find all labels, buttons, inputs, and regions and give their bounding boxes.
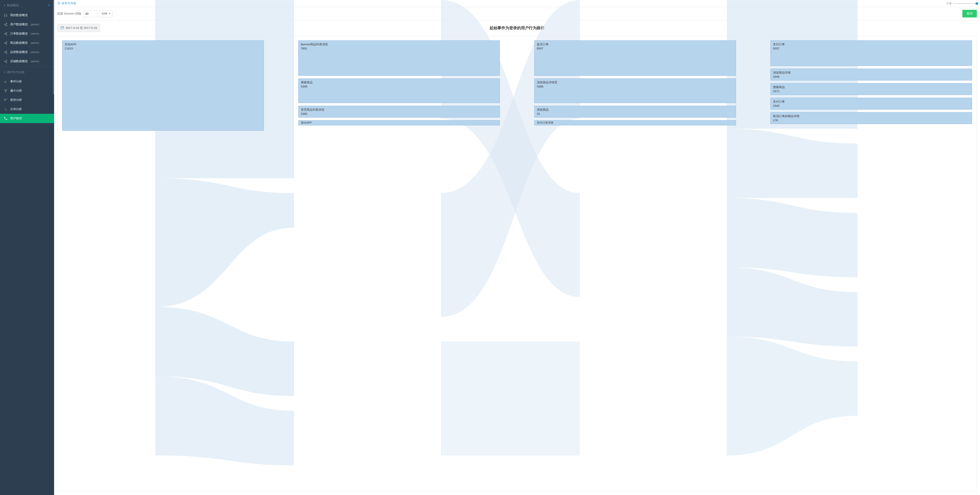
sidebar-item-distribution-analysis[interactable]: 分布分析 (0, 105, 54, 114)
sidebar-item-product-data[interactable]: 商品数据概览 (admin) (0, 38, 54, 48)
svg-line-4 (5, 24, 6, 24)
share-icon (4, 32, 8, 35)
sankey-node[interactable]: 首页商品列表浏览2385 (298, 106, 500, 118)
sidebar-item-suffix: (admin) (30, 32, 39, 35)
save-bookmark-link[interactable]: 保存为书签 (57, 2, 76, 5)
full-load-label: 全量 (946, 2, 952, 5)
sankey-column: 启动APP21819 (62, 40, 264, 487)
sidebar-item-retention-analysis[interactable]: 留存分析 (0, 95, 54, 105)
sankey-node[interactable]: 支付订单1540 (770, 98, 972, 110)
sidebar-item-suffix: (admin) (30, 23, 39, 26)
sidebar-item-label: 我的数据概览 (10, 13, 28, 17)
sankey-node-value: 21819 (65, 47, 261, 50)
sidebar-item-suffix: (admin) (30, 60, 39, 63)
sidebar-item-suffix: (admin) (30, 51, 39, 54)
date-range-picker[interactable]: 2017-4-24 至 2017-5-24 (57, 24, 100, 32)
sankey-node[interactable]: 浏览商品详情页5386 (534, 78, 736, 103)
sidebar-item-funnel-analysis[interactable]: 漏斗分析 (0, 86, 54, 95)
sidebar-item-user-path[interactable]: 用户路径 (0, 114, 54, 123)
svg-rect-42 (61, 27, 64, 29)
svg-point-6 (4, 33, 5, 34)
slider-thumb[interactable] (975, 2, 978, 5)
sidebar-item-label: 漏斗分析 (10, 89, 22, 93)
sankey-node[interactable]: 浏览商品31 (534, 106, 736, 118)
svg-point-0 (6, 23, 7, 24)
svg-point-5 (6, 32, 7, 33)
sidebar-item-shop-data[interactable]: 店铺数据概览 (admin) (0, 57, 54, 66)
sankey-node-value: 5369 (301, 85, 498, 88)
sankey-node-label: 搜索商品 (773, 85, 970, 89)
sidebar-scrollbar[interactable] (53, 0, 54, 94)
sidebar-item-order-data[interactable]: 订单数据概览 (admin) (0, 29, 54, 38)
sankey-node[interactable]: 支付订单详情 (534, 120, 736, 125)
svg-point-16 (4, 52, 5, 53)
main-content: 保存为书签 全量 设置 Session 间隔 分钟 查询 (54, 0, 980, 495)
sidebar-section-data-overview[interactable]: 数据概览 + (0, 0, 54, 11)
sankey-node[interactable]: Banner商品列表浏览7891 (298, 40, 500, 76)
sankey-node-label: 支付订单 (773, 43, 970, 46)
sidebar-section-behavior[interactable]: 用户行为分析 (0, 68, 54, 77)
sankey-node[interactable]: 支付订单5037 (770, 40, 972, 66)
sankey-node[interactable]: 浏览商品详情2346 (770, 69, 972, 80)
sidebar: 数据概览 + 我的数据概览 用户数据概览 (admin) 订单数据概览 (adm… (0, 0, 54, 495)
svg-point-10 (6, 42, 7, 42)
svg-line-24 (5, 61, 6, 61)
svg-marker-28 (4, 89, 7, 92)
session-unit-select[interactable]: 分钟 (99, 10, 113, 17)
sankey-node-value: 1540 (773, 104, 970, 107)
svg-rect-33 (5, 100, 6, 100)
svg-line-13 (5, 43, 6, 44)
sankey-node-value: 8567 (537, 47, 733, 50)
sidebar-item-event-analysis[interactable]: 事件分析 (0, 77, 54, 86)
sample-slider[interactable] (953, 3, 977, 4)
share-icon (4, 41, 8, 45)
sankey-node[interactable]: 搜索商品5369 (298, 78, 500, 103)
path-icon (4, 117, 8, 120)
svg-point-35 (5, 108, 5, 109)
sankey-node-label: 提交订单 (537, 43, 733, 46)
svg-point-2 (6, 25, 7, 26)
sidebar-item-my-data[interactable]: 我的数据概览 (0, 11, 54, 20)
sankey-node[interactable]: 提交订单8567 (534, 40, 736, 76)
bar-chart-icon (4, 80, 8, 83)
sidebar-item-label: 留存分析 (10, 98, 22, 102)
sankey-node-value: 5386 (537, 85, 733, 88)
sankey-link-gap (267, 40, 295, 487)
chevron-down-icon (109, 13, 110, 14)
svg-point-39 (4, 117, 5, 118)
svg-point-36 (6, 109, 6, 109)
session-interval-label: 设置 Session 间隔 (57, 12, 81, 16)
sidebar-item-label: 用户数据概览 (10, 22, 28, 26)
sankey-node-label: 浏览商品 (537, 108, 733, 112)
sidebar-item-label: 订单数据概览 (10, 32, 28, 35)
unit-label: 分钟 (101, 12, 107, 16)
sankey-node[interactable]: 取消订单的商品详情178 (770, 112, 972, 124)
section-title: 数据概览 (7, 3, 19, 7)
topbar: 保存为书签 全量 (54, 0, 980, 7)
svg-point-15 (6, 51, 7, 52)
sankey-node-value: 7891 (301, 47, 498, 50)
bookmark-label: 保存为书签 (62, 2, 76, 5)
svg-rect-29 (4, 99, 5, 99)
sidebar-item-user-data[interactable]: 用户数据概览 (admin) (0, 20, 54, 29)
sankey-node-label: 首页商品列表浏览 (301, 108, 498, 112)
sankey-node[interactable]: 启动APP21819 (62, 40, 264, 131)
svg-point-11 (4, 42, 5, 43)
chart-title: 起始事件为登录的用户行为路径 (490, 25, 544, 30)
svg-line-8 (5, 34, 6, 35)
svg-line-18 (5, 53, 6, 53)
sankey-node[interactable]: 搜索商品1571 (770, 83, 972, 95)
svg-rect-31 (6, 99, 7, 99)
sidebar-item-category-data[interactable]: 品类数据概览 (admin) (0, 48, 54, 57)
sankey-column: Banner商品列表浏览7891搜索商品5369首页商品列表浏览2385退出AP… (298, 40, 500, 487)
sidebar-item-label: 用户路径 (10, 117, 22, 120)
svg-line-3 (5, 25, 6, 25)
funnel-icon (4, 89, 8, 93)
add-dashboard-button[interactable]: + (48, 3, 50, 8)
session-interval-input[interactable] (83, 10, 97, 17)
sankey-node[interactable]: 退出APP (298, 120, 500, 125)
query-button[interactable]: 查询 (963, 10, 977, 18)
share-icon (4, 23, 8, 26)
headphones-icon (4, 14, 8, 17)
sankey-node-value: 2346 (773, 75, 970, 78)
